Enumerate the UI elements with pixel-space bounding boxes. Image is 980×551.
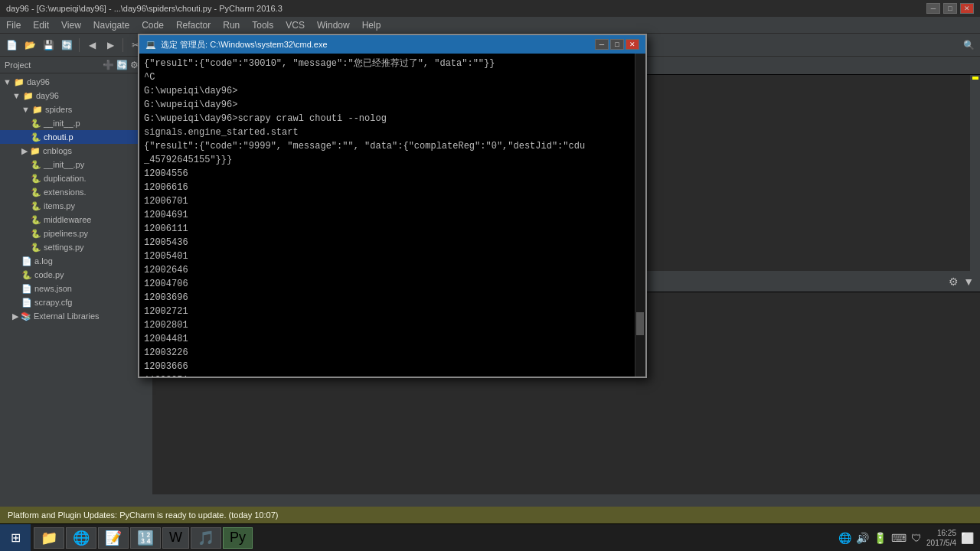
menu-view[interactable]: View xyxy=(55,18,87,32)
cmd-line-n7: 12005401 xyxy=(144,249,630,263)
tree-item-items[interactable]: 🐍 items.py xyxy=(0,199,152,213)
tree-item-pipelines[interactable]: 🐍 pipelines.py xyxy=(0,227,152,240)
minimize-btn[interactable]: ─ xyxy=(926,3,940,14)
start-button[interactable]: ⊞ xyxy=(0,524,31,552)
taskbar-app-pycharm[interactable]: Py xyxy=(223,527,253,549)
cmd-line-ctrlc: ^C xyxy=(144,70,630,84)
menu-tools[interactable]: Tools xyxy=(246,18,279,32)
cmd-scrollbar[interactable] xyxy=(635,54,645,377)
tree-label: spiders xyxy=(45,105,72,114)
folder-icon: 📁 xyxy=(23,91,34,101)
menu-navigate[interactable]: Navigate xyxy=(87,18,136,32)
tray-show-desktop-icon[interactable]: ⬜ xyxy=(961,532,974,544)
cmd-line-n12: 12002801 xyxy=(144,318,630,332)
cmd-line-result: {"result":{"code":"30010", "message":"您已… xyxy=(144,57,630,70)
tree-item-news[interactable]: 📄 news.json xyxy=(0,282,152,295)
search-btn[interactable]: 🔍 xyxy=(960,37,977,54)
run-panel-toolbar: ⚙ ▼ xyxy=(942,276,980,288)
folder-expand-icon: ▼ xyxy=(3,77,11,86)
cmd-content[interactable]: {"result":{"code":"30010", "message":"您已… xyxy=(139,54,635,377)
cmd-minimize-btn[interactable]: ─ xyxy=(595,39,609,50)
tree-item-alog[interactable]: 📄 a.log xyxy=(0,254,152,268)
cmd-line-signals: signals.engine_started.start xyxy=(144,126,630,139)
menu-vcs[interactable]: VCS xyxy=(279,18,311,32)
cmd-line-n3: 12006701 xyxy=(144,194,630,208)
file-icon: 🐍 xyxy=(21,270,32,280)
maximize-btn[interactable]: □ xyxy=(943,3,957,14)
tray-antivirus-icon[interactable]: 🛡 xyxy=(911,532,922,544)
redo-btn[interactable]: ▶ xyxy=(102,37,119,54)
file-tree: ▼ 📁 day96 ▼ 📁 day96 ▼ 📁 spiders 🐍 __init… xyxy=(0,73,152,494)
tree-item-scrapy[interactable]: 📄 scrapy.cfg xyxy=(0,295,152,309)
notification-text: Platform and Plugin Updates: PyCharm is … xyxy=(8,510,278,520)
taskbar-app-explorer[interactable]: 📁 xyxy=(34,527,64,549)
file-icon: 🐍 xyxy=(31,243,41,253)
sidebar-sync-icon[interactable]: 🔄 xyxy=(116,60,128,70)
cmd-win-controls: ─ □ ✕ xyxy=(595,39,639,50)
save-btn[interactable]: 💾 xyxy=(40,37,57,54)
hide-panel-icon[interactable]: ▼ xyxy=(963,276,974,288)
cmd-line-result2: {"result":{"code":"9999", "message":"", … xyxy=(144,139,630,167)
cmd-titlebar: 💻 选定 管理员: C:\Windows\system32\cmd.exe ─ … xyxy=(139,35,645,54)
sync-btn[interactable]: 🔄 xyxy=(58,37,75,54)
cmd-line-scrapy-cmd: G:\wupeiqi\day96>scrapy crawl chouti --n… xyxy=(144,112,630,126)
tray-network-icon[interactable]: 🌐 xyxy=(838,532,851,544)
settings-gear-icon[interactable]: ⚙ xyxy=(949,276,959,288)
cmd-close-btn[interactable]: ✕ xyxy=(626,39,639,50)
tray-battery-icon[interactable]: 🔋 xyxy=(874,532,887,544)
menu-help[interactable]: Help xyxy=(356,18,387,32)
cmd-maximize-btn[interactable]: □ xyxy=(610,39,624,50)
tray-keyboard-icon[interactable]: ⌨ xyxy=(891,532,906,544)
tree-label: cnblogs xyxy=(43,146,72,155)
close-btn[interactable]: ✕ xyxy=(960,3,974,14)
menu-window[interactable]: Window xyxy=(311,18,356,32)
tree-label: External Libraries xyxy=(34,311,100,321)
open-btn[interactable]: 📂 xyxy=(21,37,38,54)
tree-item-cnblogs[interactable]: ▶ 📁 cnblogs xyxy=(0,144,152,158)
taskbar-items: 📁 🌐 📝 🔢 W 🎵 Py xyxy=(31,527,832,549)
taskbar-app-media[interactable]: 🎵 xyxy=(191,527,221,549)
tree-label: news.json xyxy=(34,284,72,293)
tree-item-day96-root[interactable]: ▼ 📁 day96 xyxy=(0,75,152,89)
tree-item-duplication[interactable]: 🐍 duplication. xyxy=(0,171,152,185)
undo-btn[interactable]: ◀ xyxy=(83,37,100,54)
taskbar-app-calc[interactable]: 🔢 xyxy=(130,527,161,549)
file-icon: 🐍 xyxy=(31,119,41,129)
sidebar-add-icon[interactable]: ➕ xyxy=(103,60,114,70)
toolbar-sep2 xyxy=(122,38,123,52)
toolbar-sep1 xyxy=(79,38,80,52)
tree-item-middleware[interactable]: 🐍 middlewaree xyxy=(0,213,152,227)
sidebar-title: Project xyxy=(5,60,31,70)
menu-run[interactable]: Run xyxy=(217,18,246,32)
tree-item-settings[interactable]: 🐍 settings.py xyxy=(0,240,152,254)
tree-item-day96[interactable]: ▼ 📁 day96 xyxy=(0,89,152,103)
menu-edit[interactable]: Edit xyxy=(27,18,55,32)
tree-item-chouti[interactable]: 🐍 chouti.p xyxy=(0,130,152,144)
cmd-scroll-thumb[interactable] xyxy=(636,312,644,335)
tree-item-spiders[interactable]: ▼ 📁 spiders xyxy=(0,103,152,116)
menu-file[interactable]: File xyxy=(0,18,27,32)
file-icon: 📄 xyxy=(21,256,32,266)
cmd-line-n15: 12003666 xyxy=(144,360,630,373)
menu-refactor[interactable]: Refactor xyxy=(170,18,217,32)
cmd-line-n8: 12002646 xyxy=(144,263,630,277)
tree-item-init2[interactable]: 🐍 __init__.py xyxy=(0,158,152,171)
taskbar-app-ie[interactable]: 🌐 xyxy=(66,527,96,549)
tree-item-init-py[interactable]: 🐍 __init__.p xyxy=(0,116,152,130)
menu-code[interactable]: Code xyxy=(136,18,170,32)
file-icon: 🐍 xyxy=(31,132,41,142)
tree-item-extensions[interactable]: 🐍 extensions. xyxy=(0,185,152,199)
taskbar-app-word[interactable]: W xyxy=(162,527,189,549)
tree-label: day96 xyxy=(27,77,50,86)
tray-volume-icon[interactable]: 🔊 xyxy=(856,532,869,544)
cmd-line-n13: 12004481 xyxy=(144,332,630,346)
cmd-window-inner: {"result":{"code":"30010", "message":"您已… xyxy=(139,54,645,377)
taskbar-app-notepad[interactable]: 📝 xyxy=(98,527,129,549)
sidebar: Project ➕ 🔄 ⚙ ◀ ▼ 📁 day96 ▼ 📁 day96 ▼ 📁 xyxy=(0,57,153,494)
tree-label: items.py xyxy=(44,201,75,210)
file-icon: 🐍 xyxy=(31,201,41,211)
cmd-line-n6: 12005436 xyxy=(144,236,630,249)
tree-item-code[interactable]: 🐍 code.py xyxy=(0,268,152,282)
new-file-btn[interactable]: 📄 xyxy=(3,37,20,54)
tree-item-ext-libs[interactable]: ▶ 📚 External Libraries xyxy=(0,309,152,323)
